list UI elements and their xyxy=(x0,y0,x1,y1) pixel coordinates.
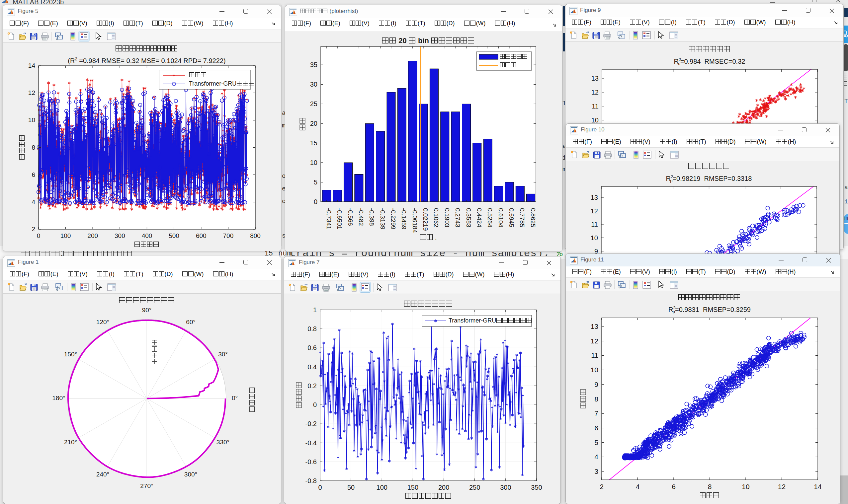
svg-text:-0.06184: -0.06184 xyxy=(411,208,418,233)
svg-text:0.6945: 0.6945 xyxy=(508,208,515,227)
svg-text:0.4: 0.4 xyxy=(308,363,317,371)
svg-text:4: 4 xyxy=(32,198,35,205)
svg-text:2: 2 xyxy=(32,226,35,233)
svg-text:-0.482: -0.482 xyxy=(358,208,365,226)
svg-text:700: 700 xyxy=(223,232,234,239)
svg-text:11: 11 xyxy=(591,221,598,228)
svg-text:30: 30 xyxy=(310,80,317,88)
svg-text:0.6: 0.6 xyxy=(308,344,317,352)
svg-text:5: 5 xyxy=(314,179,317,186)
svg-text:-0.1459: -0.1459 xyxy=(400,208,408,229)
svg-text:0.1062: 0.1062 xyxy=(433,208,439,227)
svg-text:-0.2: -0.2 xyxy=(306,420,317,427)
svg-text:500: 500 xyxy=(169,232,179,239)
svg-text:350: 350 xyxy=(531,484,542,491)
svg-text:600: 600 xyxy=(196,232,207,239)
svg-text:10: 10 xyxy=(742,483,749,490)
svg-text:-0.2299: -0.2299 xyxy=(390,208,397,229)
svg-text:-0.8: -0.8 xyxy=(306,477,317,484)
svg-text:7: 7 xyxy=(594,410,598,417)
svg-text:50: 50 xyxy=(347,484,354,491)
svg-text:10: 10 xyxy=(310,159,317,166)
svg-text:0: 0 xyxy=(313,401,317,409)
svg-text:14: 14 xyxy=(28,62,36,69)
svg-text:-0.6: -0.6 xyxy=(306,458,317,466)
svg-text:800: 800 xyxy=(250,232,261,239)
svg-text:100: 100 xyxy=(60,232,71,239)
svg-text:-0.566: -0.566 xyxy=(347,208,354,226)
svg-text:0.02219: 0.02219 xyxy=(422,208,429,231)
svg-text:10: 10 xyxy=(591,234,598,241)
svg-text:9: 9 xyxy=(594,381,598,388)
svg-text:15: 15 xyxy=(310,139,317,147)
svg-text:8: 8 xyxy=(32,144,35,151)
svg-text:12: 12 xyxy=(591,337,598,345)
svg-text:0.8: 0.8 xyxy=(308,325,317,332)
svg-text:0.4424: 0.4424 xyxy=(476,208,483,228)
svg-text:0.5264: 0.5264 xyxy=(486,208,494,228)
svg-text:10: 10 xyxy=(591,366,598,374)
svg-text:-0.3139: -0.3139 xyxy=(379,208,386,229)
svg-text:250: 250 xyxy=(469,484,480,491)
svg-text:100: 100 xyxy=(377,484,387,491)
svg-text:2: 2 xyxy=(600,483,604,490)
svg-text:13: 13 xyxy=(591,194,598,201)
svg-text:35: 35 xyxy=(310,61,317,68)
svg-text:10: 10 xyxy=(28,116,35,123)
svg-text:0.1903: 0.1903 xyxy=(444,208,451,227)
svg-text:25: 25 xyxy=(310,100,317,108)
svg-text:400: 400 xyxy=(142,232,152,239)
svg-text:5: 5 xyxy=(594,439,598,446)
svg-text:12: 12 xyxy=(591,208,598,215)
svg-text:200: 200 xyxy=(438,484,449,491)
svg-text:0.8625: 0.8625 xyxy=(530,208,537,227)
svg-text:-0.6501: -0.6501 xyxy=(336,208,343,229)
svg-text:10: 10 xyxy=(591,116,599,124)
svg-text:300: 300 xyxy=(500,484,511,491)
svg-text:0.7785: 0.7785 xyxy=(519,208,525,227)
svg-text:12: 12 xyxy=(778,483,785,490)
svg-text:0.2: 0.2 xyxy=(308,382,317,390)
svg-text:200: 200 xyxy=(87,232,98,239)
svg-text:12: 12 xyxy=(28,89,35,96)
svg-text:8: 8 xyxy=(594,395,598,403)
svg-text:6: 6 xyxy=(672,483,676,490)
svg-text:300: 300 xyxy=(115,232,125,239)
svg-text:150: 150 xyxy=(408,484,418,491)
svg-text:12: 12 xyxy=(591,89,599,96)
svg-text:0: 0 xyxy=(314,198,317,205)
svg-text:0: 0 xyxy=(318,484,322,491)
svg-text:0.3583: 0.3583 xyxy=(465,208,472,227)
svg-text:-0.398: -0.398 xyxy=(368,208,375,226)
svg-text:8: 8 xyxy=(708,483,712,490)
svg-text:0.2743: 0.2743 xyxy=(454,208,461,227)
svg-text:3: 3 xyxy=(594,468,598,475)
svg-text:14: 14 xyxy=(814,483,822,490)
svg-text:6: 6 xyxy=(594,424,598,432)
svg-text:-0.4: -0.4 xyxy=(306,439,317,447)
svg-text:13: 13 xyxy=(591,75,599,82)
svg-text:13: 13 xyxy=(591,323,598,330)
svg-text:-0.7341: -0.7341 xyxy=(325,208,332,229)
svg-text:20: 20 xyxy=(310,120,317,127)
svg-text:4: 4 xyxy=(636,483,640,490)
svg-text:6: 6 xyxy=(32,171,35,178)
svg-text:11: 11 xyxy=(592,103,599,110)
svg-text:0.6104: 0.6104 xyxy=(497,208,504,228)
svg-text:4: 4 xyxy=(594,453,598,461)
svg-text:11: 11 xyxy=(591,352,598,359)
svg-text:1: 1 xyxy=(313,306,317,313)
svg-text:0: 0 xyxy=(37,232,40,239)
